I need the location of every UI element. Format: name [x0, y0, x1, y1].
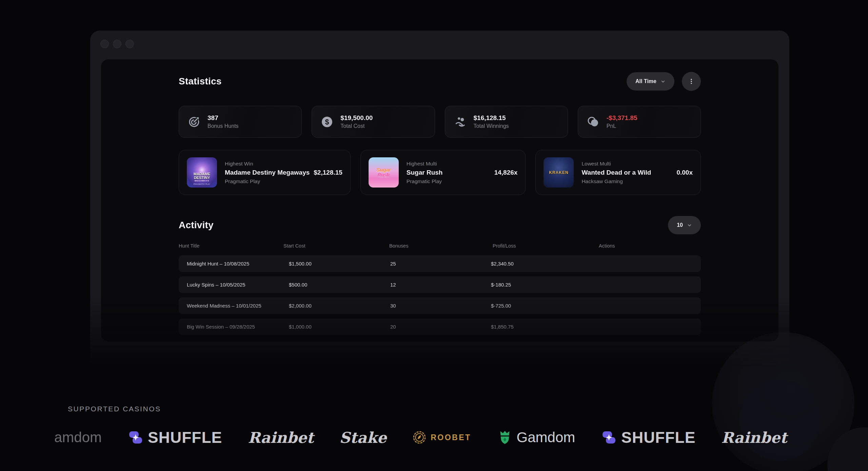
shuffle-icon	[601, 429, 617, 446]
thumb-text: MEGAWAYS	[195, 180, 209, 182]
table-row[interactable]: Lucky Spins – 10/05/2025 $500.00 12 $-18…	[179, 276, 701, 293]
thumb-text: DESTINY	[194, 176, 210, 180]
highlight-card-highest-win: MADAME DESTINY MEGAWAYS PRAGMATIC PLAY H…	[179, 150, 351, 195]
logo-text: SHUFFLE	[621, 428, 695, 447]
cell-start-cost: $2,000.00	[289, 303, 390, 309]
cell-profit-loss: $-180.25	[491, 282, 596, 288]
logo-text: amdom	[54, 429, 102, 446]
game-thumbnail-sugar-rush: Sugar Rush	[369, 157, 399, 188]
cell-start-cost: $1,500.00	[289, 261, 390, 267]
thumb-text: KRAKEN	[549, 170, 568, 175]
gamdom-shield-icon	[497, 430, 513, 445]
stat-label: Total Cost	[340, 123, 373, 129]
cell-hunt-title: Big Win Session – 09/28/2025	[187, 324, 289, 330]
cell-start-cost: $1,000.00	[289, 324, 390, 330]
highlight-value: $2,128.15	[314, 169, 342, 176]
kebab-menu-icon	[688, 78, 695, 85]
logo-text: SHUFFLE	[148, 428, 222, 447]
highlight-label: Highest Win	[225, 161, 342, 167]
casino-logo-rainbet[interactable]: Rainbet	[721, 429, 787, 446]
time-filter-dropdown[interactable]: All Time	[627, 72, 674, 91]
cell-profit-loss: $1,850.75	[491, 324, 596, 330]
chevron-down-icon	[660, 79, 666, 84]
statistics-header: Statistics All Time	[179, 72, 701, 91]
casino-logo-gamdom-partial[interactable]: amdom	[54, 429, 102, 446]
hand-coins-icon	[454, 116, 467, 128]
more-options-button[interactable]	[682, 72, 701, 91]
stat-card-total-cost: $ $19,500.00 Total Cost	[312, 106, 435, 138]
highlight-provider: Hacksaw Gaming	[581, 178, 693, 184]
casino-logo-shuffle[interactable]: SHUFFLE	[127, 428, 222, 447]
cell-hunt-title: Lucky Spins – 10/05/2025	[187, 282, 289, 288]
column-header-hunt-title: Hunt Title	[179, 243, 283, 249]
activity-table-body: Midnight Hunt – 10/08/2025 $1,500.00 25 …	[179, 255, 701, 335]
casino-logo-rainbet[interactable]: Rainbet	[248, 429, 314, 446]
stat-card-total-winnings: $16,128.15 Total Winnings	[445, 106, 568, 138]
thumb-text: Rush	[378, 172, 390, 178]
highlight-label: Lowest Multi	[581, 161, 693, 167]
activity-header: Activity 10	[179, 216, 701, 234]
logo-text: Gamdom	[517, 429, 575, 446]
highlight-value: 14,826x	[494, 169, 518, 176]
stat-value: 387	[208, 114, 239, 122]
supported-casinos-heading: SUPPORTED CASINOS	[68, 405, 161, 413]
stat-label: PnL	[607, 123, 637, 129]
cell-bonuses: 30	[390, 303, 491, 309]
table-row[interactable]: Weekend Madness – 10/01/2025 $2,000.00 3…	[179, 297, 701, 314]
dollar-circle-icon: $	[321, 116, 333, 128]
casino-logo-roobet[interactable]: ROOBET	[412, 430, 471, 445]
highlight-game-title: Sugar Rush	[407, 169, 443, 176]
time-filter-label: All Time	[635, 78, 656, 84]
highlight-label: Highest Multi	[407, 161, 518, 167]
target-arrow-icon	[188, 116, 200, 128]
cell-bonuses: 25	[390, 261, 491, 267]
column-header-start-cost: Start Cost	[283, 243, 389, 249]
dashboard-panel: Statistics All Time	[101, 59, 778, 341]
highlight-provider: Pragmatic Play	[225, 178, 342, 184]
window-maximize-button[interactable]	[125, 40, 134, 48]
highlight-card-lowest-multi: KRAKEN Lowest Multi Wanted Dead or a Wil…	[535, 150, 701, 195]
statistics-title: Statistics	[179, 76, 222, 87]
page-size-dropdown[interactable]: 10	[668, 216, 701, 234]
casino-logo-strip: amdom SHUFFLE Rainbet Stake ROOBET Gamdo…	[0, 423, 868, 452]
activity-title: Activity	[179, 220, 214, 231]
logo-text: Stake	[339, 429, 387, 446]
chevron-down-icon	[687, 223, 692, 228]
logo-text: ROOBET	[431, 433, 471, 442]
highlights-grid: MADAME DESTINY MEGAWAYS PRAGMATIC PLAY H…	[179, 150, 701, 195]
column-header-bonuses: Bonuses	[389, 243, 493, 249]
casino-logo-gamdom[interactable]: Gamdom	[497, 429, 575, 446]
stat-value: $16,128.15	[474, 114, 509, 122]
game-thumbnail-madame-destiny: MADAME DESTINY MEGAWAYS PRAGMATIC PLAY	[187, 157, 217, 188]
casino-logo-stake[interactable]: Stake	[339, 429, 387, 446]
cell-start-cost: $500.00	[289, 282, 390, 288]
thumb-text: PRAGMATIC PLAY	[193, 183, 210, 185]
window-close-button[interactable]	[100, 40, 109, 48]
casino-logo-shuffle[interactable]: SHUFFLE	[601, 428, 695, 447]
shuffle-icon	[127, 429, 144, 446]
stat-label: Total Winnings	[474, 123, 509, 129]
stat-value: $19,500.00	[340, 114, 373, 122]
coins-icon	[587, 116, 599, 128]
stat-card-pnl: -$3,371.85 PnL	[578, 106, 701, 138]
table-row[interactable]: Big Win Session – 09/28/2025 $1,000.00 2…	[179, 318, 701, 335]
window-minimize-button[interactable]	[113, 40, 121, 48]
activity-table-header: Hunt Title Start Cost Bonuses Profit/Los…	[179, 243, 701, 249]
game-thumbnail-kraken: KRAKEN	[544, 157, 574, 188]
stat-label: Bonus Hunts	[208, 123, 239, 129]
logo-text: Rainbet	[248, 429, 314, 446]
stats-grid: 387 Bonus Hunts $ $19,500.00 Total Cost	[179, 106, 701, 138]
cell-hunt-title: Weekend Madness – 10/01/2025	[187, 303, 289, 309]
cell-bonuses: 12	[390, 282, 491, 288]
cell-bonuses: 20	[390, 324, 491, 330]
stat-value-negative: -$3,371.85	[607, 114, 637, 122]
page-size-value: 10	[677, 222, 683, 228]
svg-text:$: $	[325, 118, 329, 126]
highlight-game-title: Wanted Dead or a Wild	[581, 169, 651, 176]
column-header-actions: Actions	[599, 243, 701, 249]
column-header-profit-loss: Profit/Loss	[493, 243, 599, 249]
window-controls	[100, 40, 134, 48]
cell-profit-loss: $2,340.50	[491, 261, 596, 267]
cell-hunt-title: Midnight Hunt – 10/08/2025	[187, 261, 289, 267]
table-row[interactable]: Midnight Hunt – 10/08/2025 $1,500.00 25 …	[179, 255, 701, 272]
